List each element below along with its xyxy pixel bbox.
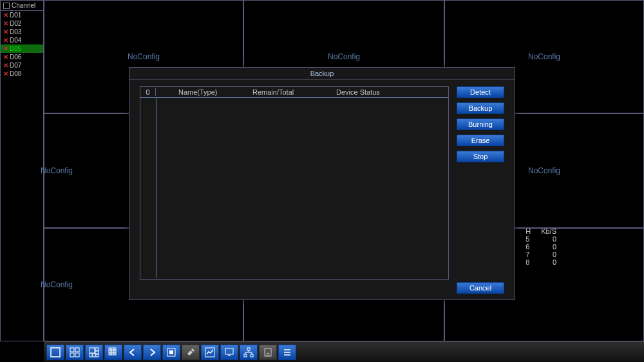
channel-label: D01 (10, 11, 21, 19)
svg-rect-13 (114, 348, 116, 350)
svg-point-28 (267, 353, 269, 356)
channel-item[interactable]: ✕D02 (1, 19, 43, 28)
svg-rect-21 (169, 350, 173, 354)
quad-view-button[interactable] (66, 345, 84, 360)
svg-rect-3 (70, 353, 74, 357)
hammer-button[interactable] (182, 345, 200, 360)
svg-rect-15 (111, 350, 113, 352)
disk-button[interactable] (259, 345, 277, 360)
svg-rect-14 (109, 350, 111, 352)
col-count: 0 (140, 88, 156, 96)
svg-rect-27 (265, 348, 271, 356)
x-icon: ✕ (3, 44, 8, 53)
svg-rect-26 (251, 354, 253, 357)
grid-label: NoConfig (41, 166, 73, 175)
channel-panel: Channel ✕D01✕D02✕D03✕D04✕D05✕D06✕D07✕D08 (0, 0, 44, 341)
erase-button[interactable]: Erase (457, 135, 504, 146)
channel-label: D05 (10, 44, 21, 53)
svg-rect-16 (114, 350, 116, 352)
stats-cell: 0 (541, 243, 567, 251)
monitor-button[interactable] (220, 345, 238, 360)
backup-button[interactable]: Backup (457, 102, 504, 114)
list-button[interactable] (278, 345, 296, 360)
channel-label: D08 (10, 70, 21, 78)
x-icon: ✕ (3, 28, 8, 36)
device-table-body (140, 98, 448, 278)
single-view-button[interactable] (46, 345, 64, 360)
dialog-title: Backup (129, 68, 515, 80)
stats-header-kbs: Kb/S (541, 227, 567, 235)
channel-label: D06 (10, 53, 21, 61)
svg-rect-11 (109, 348, 111, 350)
device-table: 0 Name(Type) Remain/Total Device Status (140, 86, 449, 280)
fullscreen-button[interactable] (162, 345, 180, 360)
network-button[interactable] (240, 345, 258, 360)
cancel-button[interactable]: Cancel (457, 282, 504, 294)
backup-dialog: Backup 0 Name(Type) Remain/Total Device … (129, 67, 515, 300)
channel-label: D03 (10, 28, 21, 36)
x-icon: ✕ (3, 53, 8, 61)
burning-button[interactable]: Burning (457, 119, 504, 130)
channel-panel-title: Channel (1, 1, 43, 11)
stats-header-h: H (523, 227, 541, 235)
channel-item[interactable]: ✕D06 (1, 53, 43, 61)
stats-cell: 8 (523, 258, 541, 266)
taskbar (44, 341, 644, 362)
x-icon: ✕ (3, 19, 8, 28)
channel-title-icon (3, 3, 10, 9)
stats-cell: 6 (523, 243, 541, 251)
prev-button[interactable] (124, 345, 142, 360)
channel-item[interactable]: ✕D01 (1, 11, 43, 19)
nine-view-button[interactable] (85, 345, 103, 360)
svg-rect-18 (111, 353, 113, 355)
channel-label: D07 (10, 61, 21, 70)
stats-cell: 0 (541, 251, 567, 258)
channel-item[interactable]: ✕D05 (1, 44, 43, 53)
detect-button[interactable]: Detect (457, 86, 504, 98)
table-divider (156, 98, 156, 278)
svg-rect-1 (70, 348, 74, 352)
svg-rect-5 (90, 348, 95, 353)
svg-rect-19 (114, 353, 116, 355)
channel-item[interactable]: ✕D04 (1, 36, 43, 44)
channel-label: D02 (10, 19, 21, 28)
col-remain: Remain/Total (252, 88, 336, 96)
svg-rect-8 (90, 354, 92, 357)
dialog-button-column: Detect Backup Burning Erase Stop (457, 86, 504, 162)
channel-title-label: Channel (12, 2, 35, 9)
x-icon: ✕ (3, 70, 8, 78)
col-name: Name(Type) (156, 88, 252, 96)
svg-rect-25 (244, 354, 247, 357)
svg-rect-23 (225, 348, 233, 354)
svg-rect-9 (93, 354, 95, 357)
dialog-body: 0 Name(Type) Remain/Total Device Status … (129, 80, 515, 299)
stop-button[interactable]: Stop (457, 151, 504, 162)
grid-label: NoConfig (528, 52, 560, 61)
next-button[interactable] (143, 345, 161, 360)
svg-rect-24 (247, 348, 250, 350)
stats-cell: 5 (523, 235, 541, 243)
channel-item[interactable]: ✕D03 (1, 28, 43, 36)
grid-label: NoConfig (128, 52, 160, 61)
svg-rect-7 (95, 351, 99, 354)
grid-label: NoConfig (328, 52, 360, 61)
stats-cell: 0 (541, 235, 567, 243)
channel-item[interactable]: ✕D08 (1, 70, 43, 78)
chart-button[interactable] (201, 345, 219, 360)
x-icon: ✕ (3, 11, 8, 19)
col-status: Device Status (336, 88, 448, 96)
svg-rect-10 (96, 354, 99, 357)
channel-label: D04 (10, 36, 21, 44)
x-icon: ✕ (3, 36, 8, 44)
channel-list: ✕D01✕D02✕D03✕D04✕D05✕D06✕D07✕D08 (1, 11, 43, 78)
svg-rect-6 (95, 348, 99, 350)
svg-rect-17 (109, 353, 111, 355)
stats-cell: 7 (523, 251, 541, 258)
grid-label: NoConfig (528, 166, 560, 175)
grid-label: NoConfig (41, 280, 73, 289)
svg-rect-0 (51, 348, 60, 357)
sixteen-view-button[interactable] (104, 345, 122, 360)
stats-panel: HKb/S 50 60 70 80 (523, 227, 567, 266)
svg-rect-4 (75, 353, 79, 357)
channel-item[interactable]: ✕D07 (1, 61, 43, 70)
